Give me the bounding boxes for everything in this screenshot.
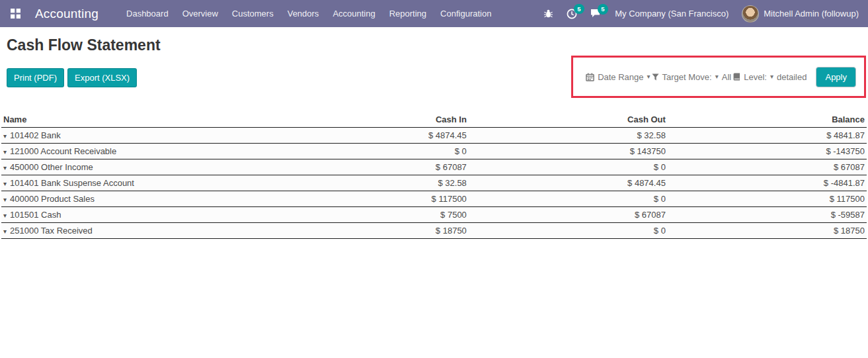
row-expand-caret-icon[interactable]: ▾ (3, 212, 7, 219)
level-filter[interactable]: Level: ▾ detailed (732, 72, 807, 82)
row-expand-caret-icon[interactable]: ▾ (3, 196, 7, 203)
calendar-icon (586, 73, 594, 81)
date-range-filter[interactable]: Date Range ▾ (586, 72, 650, 82)
column-header-cash-in: Cash In (270, 113, 469, 128)
account-name: 101402 Bank (10, 130, 61, 140)
activities-badge: 5 (574, 4, 584, 15)
book-icon (732, 73, 740, 81)
caret-down-icon: ▾ (647, 73, 651, 80)
nav-menu-item-customers[interactable]: Customers (232, 9, 274, 19)
cash-out-value: $ 143750 (469, 144, 668, 159)
nav-menu-item-reporting[interactable]: Reporting (389, 9, 426, 19)
cash-in-value: $ 7500 (270, 207, 469, 223)
balance-value: $ -59587 (668, 207, 867, 223)
cash-out-value: $ 0 (469, 159, 668, 175)
filter-funnel-icon (652, 73, 659, 81)
filter-panel-highlight: Date Range ▾ Target Move: ▾ All Level: ▾… (571, 56, 866, 98)
cash-in-value: $ 32.58 (270, 175, 469, 191)
table-row: ▾251000 Tax Received$ 18750$ 0$ 18750 (1, 223, 867, 239)
account-name: 121000 Account Receivable (10, 146, 116, 156)
table-body: ▾101402 Bank$ 4874.45$ 32.58$ 4841.87▾12… (1, 128, 867, 239)
cash-in-value: $ 0 (270, 144, 469, 159)
cash-in-value: $ 18750 (270, 223, 469, 239)
debug-bug-icon[interactable] (543, 9, 553, 19)
top-navbar: Accounting DashboardOverviewCustomersVen… (0, 0, 868, 27)
cash-out-value: $ 32.58 (469, 128, 668, 144)
column-header-balance: Balance (668, 113, 867, 128)
row-expand-caret-icon[interactable]: ▾ (3, 228, 7, 235)
cash-in-value: $ 67087 (270, 159, 469, 175)
target-move-value: All (722, 72, 731, 82)
apps-menu-icon[interactable] (7, 6, 24, 21)
nav-menu-item-dashboard[interactable]: Dashboard (126, 9, 169, 19)
main-menu: DashboardOverviewCustomersVendorsAccount… (126, 9, 491, 19)
table-row: ▾400000 Product Sales$ 117500$ 0$ 117500 (1, 191, 867, 207)
cash-in-value: $ 4874.45 (270, 128, 469, 144)
balance-value: $ -4841.87 (668, 175, 867, 191)
nav-menu-item-overview[interactable]: Overview (182, 9, 218, 19)
nav-menu-item-accounting[interactable]: Accounting (333, 9, 375, 19)
cash-flow-table: Name Cash In Cash Out Balance ▾101402 Ba… (1, 113, 867, 239)
messages-badge: 5 (598, 4, 608, 15)
target-move-label: Target Move: (662, 72, 712, 82)
table-header-row: Name Cash In Cash Out Balance (1, 113, 867, 128)
cash-out-value: $ 4874.45 (469, 175, 668, 191)
company-switcher[interactable]: My Company (San Francisco) (615, 9, 729, 19)
column-header-cash-out: Cash Out (469, 113, 668, 128)
page-title: Cash Flow Statement (7, 36, 868, 54)
table-row: ▾101402 Bank$ 4874.45$ 32.58$ 4841.87 (1, 128, 867, 144)
column-header-name: Name (1, 113, 270, 128)
user-name: Mitchell Admin (followup) (764, 9, 859, 19)
target-move-filter[interactable]: Target Move: ▾ All (652, 72, 732, 82)
row-expand-caret-icon[interactable]: ▾ (3, 180, 7, 187)
navbar-systray: 5 5 My Company (San Francisco) Mitchell … (543, 5, 859, 22)
apply-button[interactable]: Apply (816, 67, 856, 87)
avatar (742, 5, 759, 22)
date-range-label: Date Range (598, 72, 643, 82)
balance-value: $ 117500 (668, 191, 867, 207)
cash-in-value: $ 117500 (270, 191, 469, 207)
cash-out-value: $ 0 (469, 191, 668, 207)
level-value: detailed (777, 72, 807, 82)
balance-value: $ -143750 (668, 144, 867, 159)
activities-menu[interactable]: 5 (567, 9, 577, 19)
messages-menu[interactable]: 5 (590, 9, 602, 19)
table-row: ▾101501 Cash$ 7500$ 67087$ -59587 (1, 207, 867, 223)
account-name: 101401 Bank Suspense Account (10, 178, 134, 188)
row-expand-caret-icon[interactable]: ▾ (3, 148, 7, 156)
caret-down-icon: ▾ (770, 73, 773, 80)
nav-menu-item-configuration[interactable]: Configuration (440, 9, 491, 19)
account-name: 101501 Cash (10, 210, 61, 220)
balance-value: $ 4841.87 (668, 128, 867, 144)
grid-icon (11, 9, 20, 19)
export-xlsx-button[interactable]: Export (XLSX) (67, 68, 137, 87)
app-brand[interactable]: Accounting (35, 7, 99, 21)
account-name: 450000 Other Income (10, 162, 93, 172)
cash-out-value: $ 67087 (469, 207, 668, 223)
user-menu[interactable]: Mitchell Admin (followup) (742, 5, 859, 22)
row-expand-caret-icon[interactable]: ▾ (3, 132, 7, 140)
balance-value: $ 18750 (668, 223, 867, 239)
account-name: 400000 Product Sales (10, 194, 95, 204)
caret-down-icon: ▾ (715, 73, 719, 80)
table-row: ▾101401 Bank Suspense Account$ 32.58$ 48… (1, 175, 867, 191)
nav-menu-item-vendors[interactable]: Vendors (288, 9, 319, 19)
balance-value: $ 67087 (668, 159, 867, 175)
table-row: ▾450000 Other Income$ 67087$ 0$ 67087 (1, 159, 867, 175)
row-expand-caret-icon[interactable]: ▾ (3, 164, 7, 171)
level-label: Level: (744, 72, 767, 82)
print-pdf-button[interactable]: Print (PDF) (7, 68, 64, 87)
cash-out-value: $ 0 (469, 223, 668, 239)
table-row: ▾121000 Account Receivable$ 0$ 143750$ -… (1, 144, 867, 159)
account-name: 251000 Tax Received (10, 226, 93, 236)
